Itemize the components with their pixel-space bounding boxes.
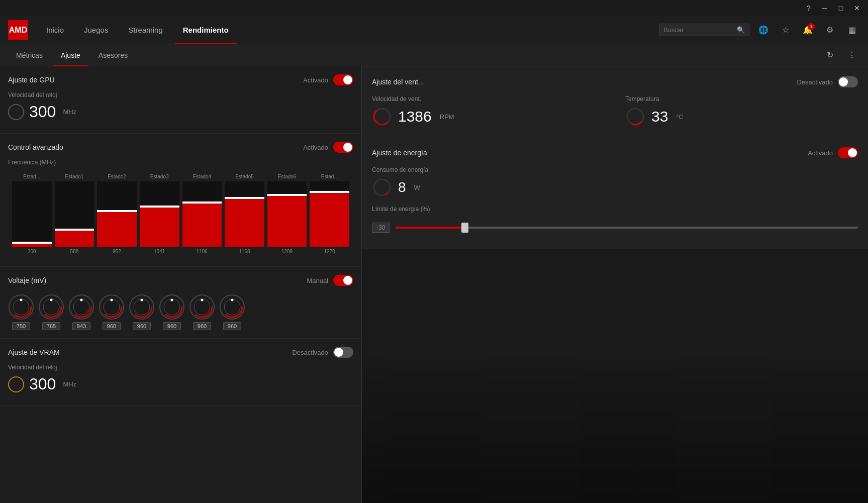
vram-status-label: Desactivado <box>292 349 328 356</box>
freq-bar-value-label: 588 <box>70 249 79 254</box>
minimize-button[interactable]: ─ <box>818 1 832 15</box>
help-button[interactable]: ? <box>802 1 816 15</box>
nav-streaming[interactable]: Streaming <box>120 16 170 44</box>
knob-svg[interactable] <box>219 294 245 320</box>
knob-group: 960 <box>99 294 125 330</box>
freq-bar-container[interactable] <box>182 181 222 247</box>
knob-value: 750 <box>12 322 30 330</box>
notification-icon[interactable]: 🔔 1 <box>800 22 816 38</box>
nav-juegos[interactable]: Juegos <box>76 16 116 44</box>
svg-point-7 <box>50 299 53 301</box>
knob-value: 960 <box>103 322 121 330</box>
advanced-control-toggle[interactable] <box>333 142 353 153</box>
refresh-icon[interactable]: ↻ <box>822 47 838 63</box>
knob-svg[interactable] <box>99 294 125 320</box>
fan-status-label: Desactivado <box>797 78 833 86</box>
subtabs: Métricas Ajuste Asesores ↻ ⋮ <box>0 44 868 66</box>
freq-bar-value-label: 300 <box>28 249 36 254</box>
account-icon[interactable]: ▦ <box>844 22 860 38</box>
navbar: AMD Inicio Juegos Streaming Rendimiento … <box>0 16 868 44</box>
close-button[interactable]: ✕ <box>850 1 864 15</box>
freq-bar-container[interactable] <box>267 181 307 247</box>
knob-svg[interactable] <box>159 294 185 320</box>
voltage-section: Voltaje (mV) Manual 75076594396096096096… <box>0 267 361 339</box>
nav-inicio[interactable]: Inicio <box>38 16 72 44</box>
freq-bar-group: Estado1588 <box>55 174 94 254</box>
energy-status-label: Activado <box>808 149 833 157</box>
more-icon[interactable]: ⋮ <box>844 47 860 63</box>
voltage-toggle[interactable] <box>333 275 353 286</box>
amd-logo: AMD <box>8 20 28 40</box>
knob-value: 960 <box>163 322 181 330</box>
svg-point-3 <box>20 299 23 301</box>
vram-clock-speed: 300 MHz <box>8 375 353 393</box>
freq-bar-group: Estad...1270 <box>310 174 349 254</box>
freq-bar-group: Estado2952 <box>97 174 137 254</box>
knob-svg[interactable] <box>189 294 215 320</box>
voltage-header: Voltaje (mV) Manual <box>8 275 353 286</box>
freq-bar-value-label: 1209 <box>281 249 293 254</box>
vram-section-header: Ajuste de VRAM Desactivado <box>8 347 353 358</box>
advanced-control-status: Activado <box>303 144 328 151</box>
freq-bar-container[interactable] <box>55 181 94 247</box>
search-box[interactable]: 🔍 <box>659 24 749 36</box>
freq-bar-container[interactable] <box>225 181 264 247</box>
slider-track[interactable]: -30 <box>372 221 858 235</box>
slider-value-label: -30 <box>372 223 390 233</box>
energy-section: Ajuste de energía Activado Consumo de en… <box>362 137 868 249</box>
gpu-toggle[interactable] <box>333 74 353 85</box>
slider-bar[interactable] <box>396 227 858 229</box>
energy-toggle[interactable] <box>838 147 858 158</box>
tab-asesores[interactable]: Asesores <box>90 44 136 66</box>
freq-bar-container[interactable] <box>140 181 179 247</box>
tab-metricas[interactable]: Métricas <box>8 44 51 66</box>
star-icon[interactable]: ☆ <box>778 22 794 38</box>
svg-point-23 <box>171 299 173 301</box>
slider-fill <box>396 227 465 229</box>
freq-bar-group: Estado41106 <box>182 174 222 254</box>
freq-bar-container[interactable] <box>310 181 349 247</box>
maximize-button[interactable]: □ <box>834 1 848 15</box>
fan-speed-gauge-svg <box>372 107 392 127</box>
freq-bar-top-label: Estado4 <box>182 174 222 179</box>
energy-title: Ajuste de energía <box>372 149 427 157</box>
gpu-clock-value: 300 <box>29 103 56 121</box>
knob-svg[interactable] <box>129 294 155 320</box>
freq-bar-fill <box>267 196 307 247</box>
knob-svg[interactable] <box>8 294 34 320</box>
fan-toggle[interactable] <box>838 76 858 87</box>
settings-icon[interactable]: ⚙ <box>822 22 838 38</box>
knob-group: 960 <box>159 294 185 330</box>
tab-ajuste[interactable]: Ajuste <box>53 44 88 66</box>
nav-rendimiento[interactable]: Rendimiento <box>175 16 237 44</box>
advanced-control-section: Control avanzado Activado Frecuencia (MH… <box>0 134 361 267</box>
freq-bar-container[interactable] <box>12 181 52 247</box>
knob-svg[interactable] <box>68 294 94 320</box>
vram-title: Ajuste de VRAM <box>8 348 60 356</box>
freq-bar-top-label: Estad... <box>12 174 52 179</box>
globe-icon[interactable]: 🌐 <box>755 22 771 38</box>
freq-bar-value-label: 1106 <box>197 249 208 254</box>
fan-speed-label: Velocidad de vent. <box>372 95 605 103</box>
knob-value: 960 <box>133 322 151 330</box>
slider-thumb[interactable] <box>461 223 468 233</box>
freq-bar-container[interactable] <box>97 181 137 247</box>
temp-label: Temperatura <box>625 95 858 103</box>
knob-value: 960 <box>223 322 241 330</box>
main-content: Ajuste de GPU Activado Velocidad del rel… <box>0 66 868 503</box>
consumption-value: 8 <box>398 179 406 195</box>
knob-group: 960 <box>219 294 245 330</box>
consumption-unit: W <box>414 184 420 191</box>
freq-bar-fill <box>140 208 179 247</box>
knob-svg[interactable] <box>38 294 64 320</box>
fan-section: Ajuste del vent... Desactivado Velocidad… <box>362 66 868 137</box>
vram-clock-unit: MHz <box>63 380 76 388</box>
freq-bar-top-label: Estad... <box>310 174 349 179</box>
search-input[interactable] <box>663 26 734 34</box>
subtabs-left: Métricas Ajuste Asesores <box>8 44 136 66</box>
gpu-clock-dial <box>8 104 24 120</box>
vram-toggle[interactable] <box>333 347 353 358</box>
svg-point-31 <box>231 299 234 301</box>
freq-bar-top-label: Estado3 <box>140 174 179 179</box>
freq-bar-top-label: Estado5 <box>225 174 264 179</box>
